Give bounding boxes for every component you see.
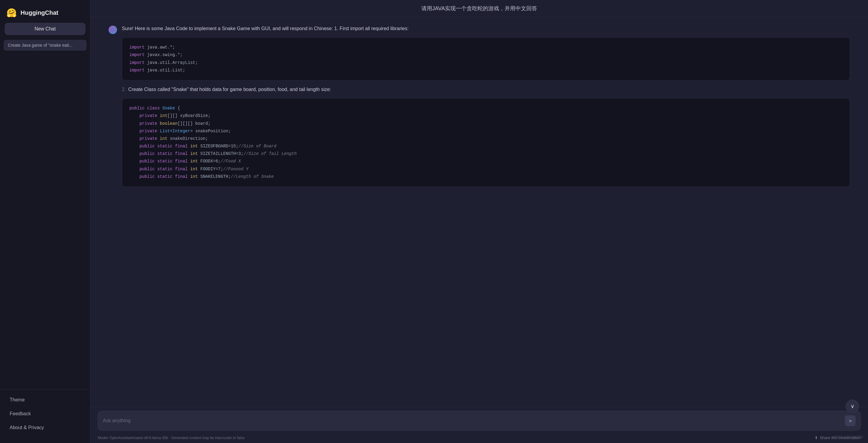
send-icon: ➤ (848, 418, 852, 424)
user-message-text: 请用JAVA实现一个贪吃蛇的游戏，并用中文回答 (421, 5, 537, 11)
step2-text: Create Class called "Snake" that holds d… (128, 85, 331, 94)
sidebar-item-feedback[interactable]: Feedback (5, 407, 85, 421)
response-intro: Sure! Here is some Java Code to implemen… (122, 25, 850, 33)
code-block-snake-class: public class Snake { private int[][] xyB… (122, 98, 850, 187)
history-item-0[interactable]: Create Java game of "snake eati... (4, 40, 87, 50)
sidebar-header: 🤗 HuggingChat (0, 5, 90, 23)
new-chat-button[interactable]: New Chat (5, 23, 85, 35)
chat-input[interactable] (103, 417, 841, 424)
scroll-down-button[interactable]: ∨ (846, 400, 859, 413)
user-message-bar: 请用JAVA实现一个贪吃蛇的游戏，并用中文回答 (91, 0, 868, 17)
footer-info: Model: OpenAssistant/oasst-sft-6-llama-3… (91, 433, 868, 443)
share-icon: ⬆ (815, 436, 818, 440)
chevron-down-icon: ∨ (850, 403, 855, 410)
send-button[interactable]: ➤ (845, 415, 856, 426)
assistant-avatar (108, 26, 117, 34)
app-title: HuggingChat (21, 9, 59, 16)
chat-area: Sure! Here is some Java Code to implemen… (91, 17, 868, 407)
sidebar-footer: Theme Feedback About & Privacy (0, 389, 90, 438)
sidebar-item-theme[interactable]: Theme (5, 393, 85, 407)
main-content: 请用JAVA实现一个贪吃蛇的游戏，并用中文回答 Sure! Here is so… (91, 0, 868, 443)
sidebar: 🤗 HuggingChat New Chat Create Java game … (0, 0, 91, 443)
assistant-message-content: Sure! Here is some Java Code to implemen… (122, 25, 850, 192)
watermark: CSDN @技术狂潮AI (833, 435, 863, 439)
model-info-text: Model: OpenAssistant/oasst-sft-6-llama-3… (98, 436, 246, 440)
assistant-message-row: Sure! Here is some Java Code to implemen… (108, 25, 850, 192)
logo-icon: 🤗 (6, 7, 17, 18)
input-wrapper: ➤ (98, 411, 861, 431)
step2-row: 2. Create Class called "Snake" that hold… (122, 85, 850, 94)
sidebar-item-about[interactable]: About & Privacy (5, 421, 85, 435)
code-block-imports: import java.awt.*; import javax.swing.*;… (122, 37, 850, 80)
input-area: ➤ (91, 407, 868, 433)
step2-number: 2. (122, 85, 126, 94)
chat-history-list: Create Java game of "snake eati... (0, 40, 90, 389)
